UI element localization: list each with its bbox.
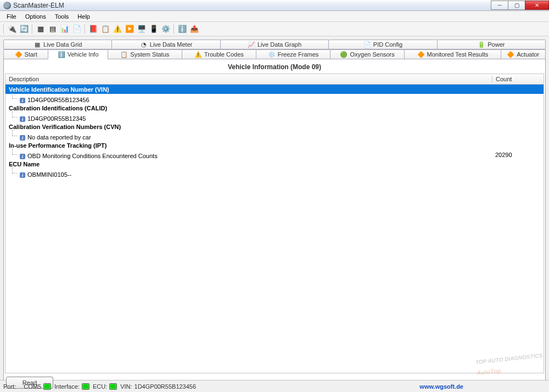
tab-live-data-grid[interactable]: ▦Live Data Grid <box>3 40 112 49</box>
tab-label: Monitored Test Results <box>427 51 489 58</box>
status-port: Port: COM5 <box>3 383 51 390</box>
chart-icon[interactable]: 📊 <box>59 24 70 35</box>
menu-tools[interactable]: Tools <box>51 12 74 21</box>
window-buttons: ─ ▢ ✕ <box>491 1 549 10</box>
config-icon: 📄 <box>363 41 371 48</box>
tree-item-row[interactable]: iNo data reported by car <box>5 131 544 141</box>
tree-connector-icon <box>9 132 20 139</box>
tree-group-row[interactable]: In-use Performance Tracking (IPT) <box>5 141 544 150</box>
menu-file[interactable]: File <box>2 12 21 21</box>
row-label: Calibration Identifications (CALID) <box>9 105 107 111</box>
connect-icon[interactable]: 🔌 <box>7 24 18 35</box>
tree-item-row[interactable]: i1D4GP00R55B123456 <box>5 94 544 103</box>
toolbar-sep <box>32 24 33 34</box>
tree-area[interactable]: Vehicle Identification Number (VIN)i1D4G… <box>5 85 544 373</box>
status-ecu: ECU: <box>93 383 117 390</box>
column-description[interactable]: Description <box>5 76 492 82</box>
tab-label: Start <box>25 51 37 58</box>
warning-icon: ⚠️ <box>194 51 202 58</box>
tab-live-data-meter[interactable]: ◔Live Data Meter <box>111 40 220 49</box>
row-label: OBD Monitoring Conditions Encountered Co… <box>27 153 158 159</box>
sheet-icon[interactable]: 📄 <box>71 24 82 35</box>
port-led-icon <box>43 383 51 390</box>
column-count[interactable]: Count <box>492 76 544 82</box>
tab-oxygen-sensors[interactable]: 🟢Oxygen Sensors <box>330 49 405 59</box>
main-area: ▦Live Data Grid ◔Live Data Meter 📈Live D… <box>0 36 549 380</box>
tab-monitored-results[interactable]: 🔶Monitored Test Results <box>404 49 501 59</box>
tab-label: Live Data Graph <box>257 41 301 48</box>
tree-connector-icon <box>9 113 20 121</box>
toolbar: 🔌 🔄 ▦ ▤ 📊 📄 📕 📋 ⚠️ ▶️ 🖥️ 📱 ⚙️ ℹ️ 📤 <box>0 22 549 36</box>
tree-group-row[interactable]: Calibration Identifications (CALID) <box>5 103 544 113</box>
maximize-button[interactable]: ▢ <box>508 1 525 10</box>
tree-item-row[interactable]: iOBD Monitoring Conditions Encountered C… <box>5 150 544 159</box>
grid2-icon[interactable]: ▤ <box>47 24 58 35</box>
graph-icon: 📈 <box>248 41 255 48</box>
ecu-label: ECU: <box>93 383 107 390</box>
gear-icon[interactable]: ⚙️ <box>160 24 171 35</box>
freeze-icon: ❄️ <box>268 51 276 58</box>
lower-tab-row: 🔶Start ℹ️Vehicle Info 📋System Status ⚠️T… <box>3 49 546 59</box>
tree-group-row[interactable]: Calibration Verification Numbers (CVN) <box>5 122 544 131</box>
tree-group-row[interactable]: ECU Name <box>5 159 544 169</box>
grid-icon: ▦ <box>33 41 41 48</box>
close-button[interactable]: ✕ <box>525 1 549 10</box>
tab-pid-config[interactable]: 📄PID Config <box>328 40 437 49</box>
vin-label: VIN: <box>120 383 132 390</box>
row-description: Calibration Verification Numbers (CVN) <box>9 124 495 130</box>
interface-label: Interface: <box>54 383 80 390</box>
book-icon[interactable]: 📕 <box>88 24 99 35</box>
menu-options[interactable]: Options <box>21 12 51 21</box>
info-icon[interactable]: ℹ️ <box>177 24 188 35</box>
menubar: File Options Tools Help <box>0 11 549 22</box>
play-icon[interactable]: ▶️ <box>124 24 135 35</box>
window-title: ScanMaster-ELM <box>13 2 64 9</box>
tab-actuator[interactable]: 🔶Actuator <box>501 49 546 59</box>
port-value: COM5 <box>24 383 41 390</box>
row-description: i1D4GP00R55B123456 <box>9 94 495 103</box>
meter-icon: ◔ <box>140 41 148 48</box>
row-label: Vehicle Identification Number (VIN) <box>9 86 109 93</box>
tab-freeze-frames[interactable]: ❄️Freeze Frames <box>256 49 330 59</box>
tree-connector-icon <box>9 150 20 158</box>
toolbar-sep <box>3 24 4 34</box>
tab-system-status[interactable]: 📋System Status <box>108 49 182 59</box>
info-icon: i <box>20 135 25 141</box>
tab-label: Live Data Meter <box>150 41 193 48</box>
minimize-button[interactable]: ─ <box>491 1 508 10</box>
grid-icon[interactable]: ▦ <box>35 24 46 35</box>
ecu-led-icon <box>109 383 117 390</box>
menu-help[interactable]: Help <box>73 12 94 21</box>
refresh-icon[interactable]: 🔄 <box>19 24 30 35</box>
titlebar: ScanMaster-ELM ─ ▢ ✕ <box>0 0 549 11</box>
content-panel: Vehicle Information (Mode 09) Descriptio… <box>3 59 546 390</box>
exit-icon[interactable]: 📤 <box>189 24 200 35</box>
row-description: iOBMMINI0105-- <box>9 169 495 178</box>
tree-group-row[interactable]: Vehicle Identification Number (VIN) <box>5 85 544 94</box>
tab-vehicle-info[interactable]: ℹ️Vehicle Info <box>48 49 108 59</box>
tab-trouble-codes[interactable]: ⚠️Trouble Codes <box>182 49 256 59</box>
device-icon[interactable]: 📱 <box>148 24 159 35</box>
warn-icon[interactable]: ⚠️ <box>112 24 123 35</box>
row-description: Calibration Identifications (CALID) <box>9 105 495 111</box>
toolbar-sep <box>85 24 86 34</box>
status-interface: Interface: <box>54 383 89 390</box>
tab-label: Vehicle Info <box>68 51 99 58</box>
interface-led-icon <box>82 383 89 390</box>
monitor-icon: 🔶 <box>417 51 425 58</box>
info-icon: i <box>20 98 25 103</box>
doc-icon[interactable]: 📋 <box>100 24 111 35</box>
monitor-icon[interactable]: 🖥️ <box>136 24 147 35</box>
tab-start[interactable]: 🔶Start <box>3 49 48 59</box>
port-label: Port: <box>3 383 16 390</box>
website-link[interactable]: www.wgsoft.de <box>419 383 463 390</box>
info-icon: i <box>20 116 25 122</box>
tab-power[interactable]: 🔋Power <box>437 40 546 49</box>
tree-item-row[interactable]: iOBMMINI0105-- <box>5 169 544 178</box>
tab-label: Actuator <box>517 51 539 58</box>
tab-live-data-graph[interactable]: 📈Live Data Graph <box>220 40 329 49</box>
tree-item-row[interactable]: i1D4GP00R55B12345 <box>5 113 544 122</box>
tab-label: System Status <box>130 51 169 58</box>
row-description: iNo data reported by car <box>9 132 495 141</box>
row-count: 20290 <box>495 152 540 158</box>
